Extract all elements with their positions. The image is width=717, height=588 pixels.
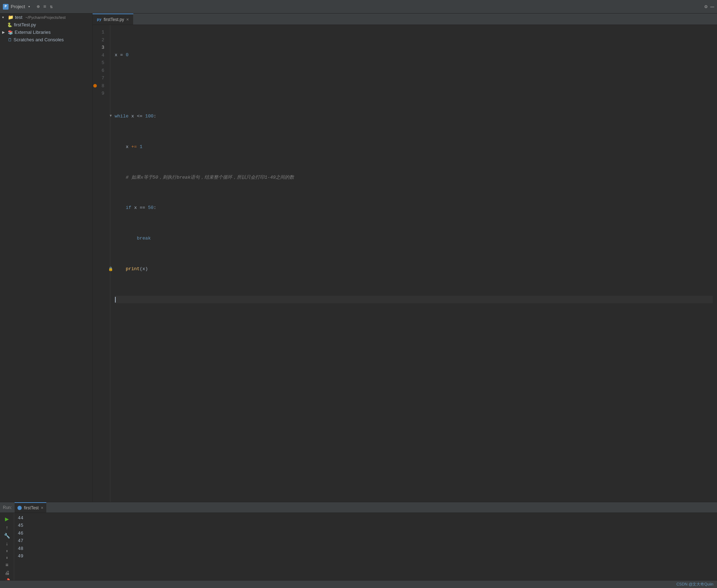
- token-comment: # 如果x等于50，则执行break语句，结束整个循环，所以只会打印1-49之间…: [115, 174, 294, 181]
- output-line: 45: [18, 522, 713, 529]
- folder-icon: 📁: [8, 15, 14, 20]
- line-num-6: 6: [93, 67, 107, 75]
- svg-point-0: [18, 506, 21, 510]
- token: [115, 265, 126, 273]
- gear-icon[interactable]: ⚙: [705, 4, 707, 10]
- token: x: [115, 51, 117, 59]
- token: 1: [140, 143, 142, 151]
- title-bar-right: ⚙ —: [705, 4, 714, 10]
- token: 0: [126, 51, 129, 59]
- project-icon: P: [3, 4, 9, 10]
- status-text: CSDN @文大奇Quiin: [676, 582, 713, 587]
- run-print-button[interactable]: 🖨: [2, 570, 12, 576]
- line-num-5: 5: [93, 59, 107, 67]
- scratches-label: Scratches and Consoles: [14, 37, 64, 42]
- breakpoint-dot: [93, 84, 97, 88]
- run-tab-py-icon: [17, 506, 22, 510]
- code-editor[interactable]: 1 2 3 4 5 6 7 8 9 x = 0 ▼: [93, 25, 717, 502]
- line-num-1: 1: [93, 28, 107, 36]
- token: :: [153, 204, 156, 211]
- tab-close-button[interactable]: ×: [126, 17, 129, 22]
- sidebar-item-scratches[interactable]: ▶ 🗒 Scratches and Consoles: [0, 36, 92, 43]
- title-bar-left: P Project ▾ ⊕ ≡ ⇅: [3, 4, 53, 10]
- tab-bar: py firstTest.py ×: [93, 14, 717, 25]
- line-numbers: 1 2 3 4 5 6 7 8 9: [93, 25, 110, 502]
- token: 50: [148, 204, 154, 211]
- run-sidebar: ▶ ↑ 🔧 ↓ ⬆ ⬇ ≡ 🖨 📌 🗑: [0, 513, 14, 580]
- run-lines-button[interactable]: ≡: [2, 562, 12, 568]
- main-container: ▾ 📁 test ~/PycharmProjects/test 🐍 firstT…: [0, 14, 717, 502]
- minimize-icon[interactable]: —: [710, 4, 714, 10]
- run-play-button[interactable]: ▶: [2, 515, 12, 523]
- token: [137, 143, 140, 151]
- run-tab-bar: Run: firstTest ×: [0, 502, 717, 513]
- title-bar-icons: ⊕ ≡ ⇅: [37, 4, 53, 10]
- line-num-8: 8: [93, 82, 107, 90]
- line-num-2: 2: [93, 36, 107, 44]
- sidebar-item-firsttest[interactable]: 🐍 firstTest.py: [5, 21, 92, 28]
- token: [115, 204, 126, 211]
- sort-icon[interactable]: ⇅: [50, 4, 53, 10]
- code-line-9: [115, 296, 713, 304]
- test-folder-label: test: [15, 15, 22, 20]
- run-tab-close[interactable]: ×: [41, 505, 43, 510]
- token: =: [117, 51, 126, 59]
- code-line-6: if x == 50:: [115, 204, 713, 212]
- run-wrench-button[interactable]: 🔧: [2, 533, 12, 539]
- token: ): [145, 265, 148, 273]
- output-line: 47: [18, 537, 713, 545]
- title-bar-title: Project: [11, 4, 25, 9]
- token-if: if: [126, 204, 131, 211]
- token: x ==: [131, 204, 148, 211]
- breakpoint-lock-icon: 🔒: [108, 266, 113, 272]
- code-content[interactable]: x = 0 ▼ while x <= 100: x += 1 # 如果x等于50…: [110, 25, 717, 502]
- expand-arrow-ext: ▶: [2, 30, 6, 34]
- list-icon[interactable]: ≡: [43, 4, 46, 10]
- run-up-button[interactable]: ↑: [2, 525, 12, 531]
- bottom-panel: Run: firstTest × ▶ ↑ 🔧 ↓ ⬆ ⬇ ≡ 🖨 📌 🗑 444…: [0, 502, 717, 580]
- run-label: Run:: [3, 505, 12, 510]
- output-line: 46: [18, 530, 713, 537]
- code-line-5: # 如果x等于50，则执行break语句，结束整个循环，所以只会打印1-49之间…: [115, 174, 713, 182]
- globe-icon[interactable]: ⊕: [37, 4, 40, 10]
- run-content: ▶ ↑ 🔧 ↓ ⬆ ⬇ ≡ 🖨 📌 🗑 444546474849: [0, 513, 717, 580]
- run-scroll-down-button[interactable]: ⬇: [2, 556, 12, 560]
- status-bar: CSDN @文大奇Quiin: [0, 580, 717, 588]
- sidebar-item-external-libs[interactable]: ▶ 📚 External Libraries: [0, 28, 92, 36]
- firsttest-label: firstTest.py: [14, 22, 36, 27]
- scratches-icon: 🗒: [8, 37, 12, 42]
- code-line-8: 🔒 print(x): [115, 265, 713, 273]
- code-line-1: x = 0: [115, 51, 713, 59]
- line-num-7: 7: [93, 74, 107, 82]
- code-line-2: [115, 82, 713, 90]
- run-scroll-up-button[interactable]: ⬆: [2, 549, 12, 553]
- run-output: 444546474849: [14, 513, 717, 580]
- tab-label: firstTest.py: [104, 17, 124, 22]
- sidebar-item-test[interactable]: ▾ 📁 test ~/PycharmProjects/test: [0, 14, 92, 21]
- test-folder-path: ~/PycharmProjects/test: [25, 15, 66, 20]
- line-num-3: 3: [93, 44, 107, 52]
- text-cursor: [115, 297, 116, 303]
- code-line-7: break: [115, 235, 713, 242]
- token: x: [142, 265, 145, 273]
- output-line: 49: [18, 552, 713, 560]
- token: 100: [145, 112, 153, 120]
- python-file-icon: 🐍: [7, 22, 12, 27]
- token: (: [140, 265, 142, 273]
- line-num-9: 9: [93, 90, 107, 98]
- ext-lib-icon: 📚: [8, 30, 13, 35]
- token: :: [153, 112, 156, 120]
- token-while: while: [115, 112, 129, 120]
- token-print: print: [126, 265, 140, 273]
- editor-area: py firstTest.py × 1 2 3 4 5 6 7 8 9: [93, 14, 717, 502]
- expand-arrow: ▾: [2, 15, 6, 19]
- chevron-down-icon[interactable]: ▾: [28, 4, 30, 9]
- token: x: [115, 143, 131, 151]
- token: x <=: [129, 112, 145, 120]
- run-tab-firsttest[interactable]: firstTest ×: [15, 502, 46, 513]
- tab-firsttest[interactable]: py firstTest.py ×: [93, 14, 134, 25]
- run-down-button[interactable]: ↓: [2, 541, 12, 547]
- run-tab-label: firstTest: [24, 505, 38, 510]
- external-libs-label: External Libraries: [15, 30, 51, 35]
- output-line: 44: [18, 514, 713, 522]
